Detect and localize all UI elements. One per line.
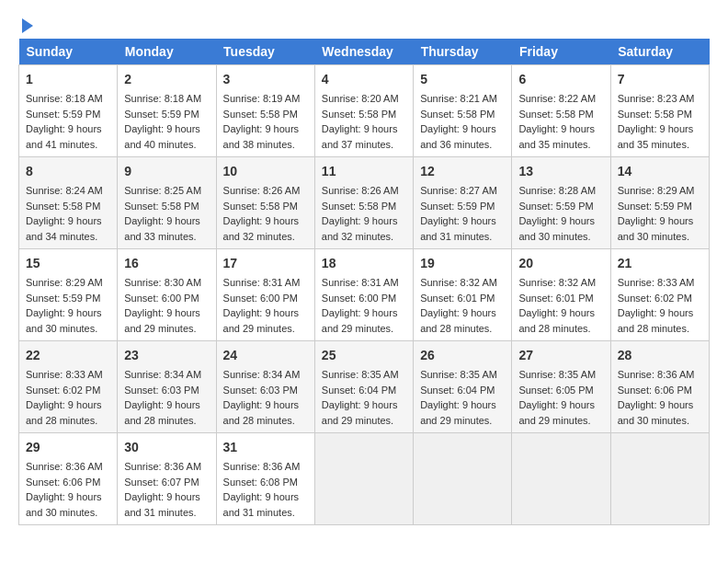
day-number: 6 [518, 70, 603, 89]
sunset-label: Sunset: 6:01 PM [518, 293, 593, 304]
calendar-cell [512, 433, 610, 525]
daylight-label: Daylight: 9 hours and 28 minutes. [124, 399, 200, 426]
day-number: 22 [26, 346, 110, 365]
calendar-cell: 20Sunrise: 8:32 AMSunset: 6:01 PMDayligh… [512, 249, 610, 341]
daylight-label: Daylight: 9 hours and 28 minutes. [618, 307, 694, 334]
sunrise-label: Sunrise: 8:26 AM [223, 185, 301, 196]
calendar-cell: 9Sunrise: 8:25 AMSunset: 5:58 PMDaylight… [118, 157, 216, 249]
daylight-label: Daylight: 9 hours and 35 minutes. [518, 123, 595, 150]
day-number: 27 [518, 346, 603, 365]
sunset-label: Sunset: 6:04 PM [420, 385, 495, 396]
calendar-cell: 2Sunrise: 8:18 AMSunset: 5:59 PMDaylight… [118, 65, 216, 157]
calendar-cell: 12Sunrise: 8:27 AMSunset: 5:59 PMDayligh… [414, 157, 512, 249]
sunset-label: Sunset: 5:58 PM [322, 109, 396, 120]
daylight-label: Daylight: 9 hours and 29 minutes. [124, 307, 200, 334]
page-header [18, 18, 710, 29]
sunset-label: Sunset: 5:58 PM [518, 109, 593, 120]
sunset-label: Sunset: 6:08 PM [223, 477, 298, 488]
calendar-cell: 24Sunrise: 8:34 AMSunset: 6:03 PMDayligh… [216, 341, 314, 433]
sunrise-label: Sunrise: 8:36 AM [618, 369, 695, 380]
daylight-label: Daylight: 9 hours and 41 minutes. [26, 123, 102, 150]
day-number: 5 [420, 70, 505, 89]
daylight-label: Daylight: 9 hours and 30 minutes. [618, 215, 694, 242]
sunrise-label: Sunrise: 8:20 AM [322, 93, 399, 104]
daylight-label: Daylight: 9 hours and 28 minutes. [518, 307, 595, 334]
day-number: 29 [26, 438, 110, 457]
sunrise-label: Sunrise: 8:29 AM [26, 277, 103, 288]
sunrise-label: Sunrise: 8:29 AM [618, 185, 695, 196]
calendar-cell: 11Sunrise: 8:26 AMSunset: 5:58 PMDayligh… [314, 157, 413, 249]
calendar-week-1: 1Sunrise: 8:18 AMSunset: 5:59 PMDaylight… [19, 65, 710, 157]
sunrise-label: Sunrise: 8:21 AM [420, 93, 497, 104]
sunset-label: Sunset: 6:07 PM [124, 477, 199, 488]
day-number: 25 [322, 346, 406, 365]
logo-arrow-icon [22, 18, 33, 33]
sunrise-label: Sunrise: 8:36 AM [26, 461, 103, 472]
calendar-cell: 6Sunrise: 8:22 AMSunset: 5:58 PMDaylight… [512, 65, 610, 157]
calendar-cell: 22Sunrise: 8:33 AMSunset: 6:02 PMDayligh… [19, 341, 118, 433]
sunrise-label: Sunrise: 8:36 AM [124, 461, 201, 472]
sunset-label: Sunset: 6:00 PM [223, 293, 298, 304]
sunset-label: Sunset: 6:06 PM [618, 385, 692, 396]
daylight-label: Daylight: 9 hours and 37 minutes. [322, 123, 398, 150]
day-number: 8 [26, 162, 110, 181]
sunset-label: Sunset: 5:59 PM [124, 109, 199, 120]
day-number: 18 [322, 254, 406, 273]
day-number: 15 [26, 254, 110, 273]
weekday-header-tuesday: Tuesday [216, 39, 314, 65]
weekday-header-thursday: Thursday [414, 39, 512, 65]
sunrise-label: Sunrise: 8:18 AM [26, 93, 103, 104]
sunrise-label: Sunrise: 8:27 AM [420, 185, 497, 196]
calendar-cell: 30Sunrise: 8:36 AMSunset: 6:07 PMDayligh… [118, 433, 216, 525]
sunrise-label: Sunrise: 8:28 AM [518, 185, 596, 196]
sunset-label: Sunset: 6:05 PM [518, 385, 593, 396]
day-number: 13 [518, 162, 603, 181]
daylight-label: Daylight: 9 hours and 31 minutes. [124, 491, 200, 518]
sunrise-label: Sunrise: 8:34 AM [124, 369, 201, 380]
sunrise-label: Sunrise: 8:31 AM [223, 277, 301, 288]
sunset-label: Sunset: 5:59 PM [26, 109, 100, 120]
sunrise-label: Sunrise: 8:34 AM [223, 369, 301, 380]
sunset-label: Sunset: 5:59 PM [518, 201, 593, 212]
calendar-cell: 18Sunrise: 8:31 AMSunset: 6:00 PMDayligh… [314, 249, 413, 341]
calendar-week-2: 8Sunrise: 8:24 AMSunset: 5:58 PMDaylight… [19, 157, 710, 249]
calendar-cell: 21Sunrise: 8:33 AMSunset: 6:02 PMDayligh… [610, 249, 709, 341]
calendar-table: SundayMondayTuesdayWednesdayThursdayFrid… [18, 39, 710, 525]
daylight-label: Daylight: 9 hours and 32 minutes. [223, 215, 300, 242]
calendar-cell: 29Sunrise: 8:36 AMSunset: 6:06 PMDayligh… [19, 433, 118, 525]
sunset-label: Sunset: 5:59 PM [26, 293, 100, 304]
calendar-cell: 10Sunrise: 8:26 AMSunset: 5:58 PMDayligh… [216, 157, 314, 249]
calendar-cell [414, 433, 512, 525]
sunset-label: Sunset: 6:06 PM [26, 477, 100, 488]
day-number: 16 [124, 254, 209, 273]
calendar-week-3: 15Sunrise: 8:29 AMSunset: 5:59 PMDayligh… [19, 249, 710, 341]
daylight-label: Daylight: 9 hours and 40 minutes. [124, 123, 200, 150]
daylight-label: Daylight: 9 hours and 29 minutes. [322, 307, 398, 334]
daylight-label: Daylight: 9 hours and 30 minutes. [518, 215, 595, 242]
day-number: 7 [618, 70, 702, 89]
logo [18, 18, 33, 29]
sunrise-label: Sunrise: 8:30 AM [124, 277, 201, 288]
sunrise-label: Sunrise: 8:35 AM [420, 369, 497, 380]
sunset-label: Sunset: 6:01 PM [420, 293, 495, 304]
sunrise-label: Sunrise: 8:35 AM [322, 369, 399, 380]
calendar-cell: 8Sunrise: 8:24 AMSunset: 5:58 PMDaylight… [19, 157, 118, 249]
day-number: 14 [618, 162, 702, 181]
sunrise-label: Sunrise: 8:19 AM [223, 93, 301, 104]
sunrise-label: Sunrise: 8:35 AM [518, 369, 596, 380]
day-number: 17 [223, 254, 308, 273]
day-number: 9 [124, 162, 209, 181]
sunrise-label: Sunrise: 8:18 AM [124, 93, 201, 104]
weekday-header-friday: Friday [512, 39, 610, 65]
daylight-label: Daylight: 9 hours and 34 minutes. [26, 215, 102, 242]
sunset-label: Sunset: 6:02 PM [618, 293, 692, 304]
weekday-header-sunday: Sunday [19, 39, 118, 65]
daylight-label: Daylight: 9 hours and 31 minutes. [223, 491, 300, 518]
calendar-cell: 5Sunrise: 8:21 AMSunset: 5:58 PMDaylight… [414, 65, 512, 157]
calendar-cell: 7Sunrise: 8:23 AMSunset: 5:58 PMDaylight… [610, 65, 709, 157]
calendar-cell: 14Sunrise: 8:29 AMSunset: 5:59 PMDayligh… [610, 157, 709, 249]
sunrise-label: Sunrise: 8:33 AM [26, 369, 103, 380]
daylight-label: Daylight: 9 hours and 33 minutes. [124, 215, 200, 242]
daylight-label: Daylight: 9 hours and 28 minutes. [223, 399, 300, 426]
sunrise-label: Sunrise: 8:33 AM [618, 277, 695, 288]
